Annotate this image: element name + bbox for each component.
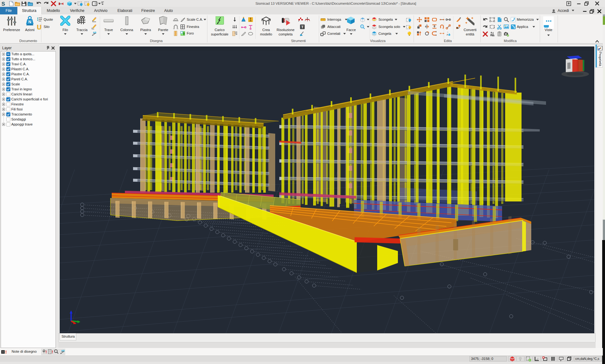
svg-text:!: !	[46, 350, 47, 354]
svg-text:!: !	[52, 350, 53, 354]
svg-text:T: T	[301, 25, 303, 29]
svg-text:S: S	[2, 1, 5, 6]
svg-text:N: N	[28, 19, 31, 24]
svg-text:!: !	[5, 350, 6, 355]
